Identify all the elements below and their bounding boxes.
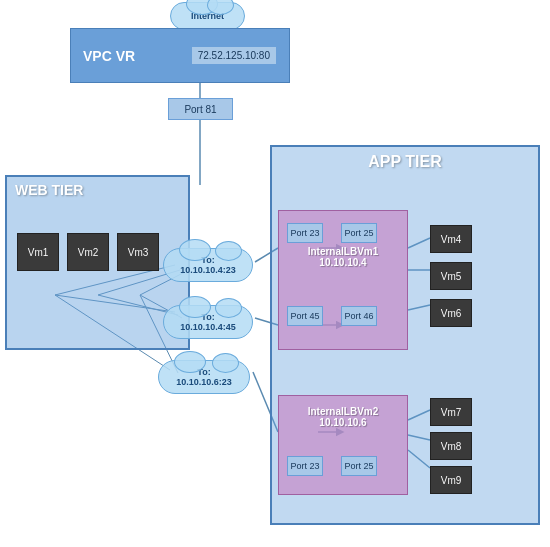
port81-box: Port 81 <box>168 98 233 120</box>
lb1-port25-top: Port 25 <box>341 223 377 243</box>
lb2-port25: Port 25 <box>341 456 377 476</box>
diagram-container: Internet VPC VR 72.52.125.10:80 Port 81 … <box>0 0 550 547</box>
cloud-to-4-45: To:10.10.10.4:45 <box>163 305 253 339</box>
vpc-vr-box: VPC VR 72.52.125.10:80 <box>70 28 290 83</box>
lb1-port45-bottom: Port 45 <box>287 306 323 326</box>
vm9-box: Vm9 <box>430 466 472 494</box>
lb1-port46-bottom: Port 46 <box>341 306 377 326</box>
vm2-box: Vm2 <box>67 233 109 271</box>
internet-label: Internet <box>191 11 224 21</box>
vm6-box: Vm6 <box>430 299 472 327</box>
port81-label: Port 81 <box>184 104 216 115</box>
vpc-ip: 72.52.125.10:80 <box>198 50 270 61</box>
app-tier-label: APP TIER <box>272 147 538 177</box>
vm3-box: Vm3 <box>117 233 159 271</box>
internet-cloud: Internet <box>170 2 245 30</box>
cloud-to-6-23: To:10.10.10.6:23 <box>158 360 250 394</box>
lb1-port23-top: Port 23 <box>287 223 323 243</box>
web-tier-label: WEB TIER <box>7 177 188 203</box>
vm4-box: Vm4 <box>430 225 472 253</box>
cloud-to-4-23: To:10.10.10.4:23 <box>163 248 253 282</box>
vpc-ip-box: 72.52.125.10:80 <box>191 46 277 65</box>
vm8-box: Vm8 <box>430 432 472 460</box>
vm7-box: Vm7 <box>430 398 472 426</box>
lb2-label: InternalLBVm210.10.10.6 <box>279 396 407 433</box>
vm5-box: Vm5 <box>430 262 472 290</box>
vm1-box: Vm1 <box>17 233 59 271</box>
vm-row: Vm1 Vm2 Vm3 <box>7 203 188 281</box>
vpc-vr-label: VPC VR <box>83 48 135 64</box>
lb2-port23: Port 23 <box>287 456 323 476</box>
internal-lb-1: InternalLBVm110.10.10.4 Port 23 Port 25 … <box>278 210 408 350</box>
internal-lb-2: InternalLBVm210.10.10.6 Port 23 Port 25 <box>278 395 408 495</box>
